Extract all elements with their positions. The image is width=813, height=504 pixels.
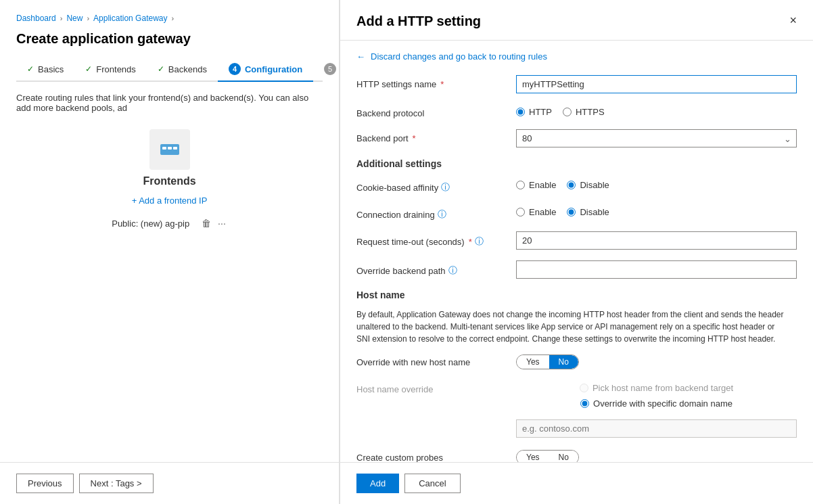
breadcrumb-dashboard[interactable]: Dashboard [16, 14, 56, 23]
page-description: Create routing rules that link your fron… [16, 93, 323, 113]
tab-number-configuration: 4 [229, 63, 241, 75]
cookie-disable-radio[interactable] [567, 181, 576, 189]
backend-port-row: Backend port * 80 [356, 129, 797, 147]
connection-draining-radio-group: Enable Disable [516, 204, 797, 217]
http-settings-name-input[interactable] [516, 75, 797, 93]
breadcrumb-new[interactable]: New [66, 14, 83, 23]
cookie-affinity-info-icon[interactable]: ⓘ [441, 181, 450, 193]
protocol-https-option[interactable]: HTTPS [563, 107, 605, 117]
override-host-yes-button[interactable]: Yes [517, 355, 549, 369]
drawer-panel: Add a HTTP setting × ←Discard changes an… [340, 0, 813, 504]
connection-draining-label: Connection draining ⓘ [356, 204, 505, 221]
pick-backend-target-option: Pick host name from backend target [580, 383, 733, 393]
draining-disable-label: Disable [580, 207, 609, 217]
cookie-enable-option[interactable]: Enable [516, 180, 556, 190]
cookie-affinity-radio-group: Enable Disable [516, 177, 797, 190]
add-frontend-link[interactable]: + Add a frontend IP [132, 196, 208, 206]
protocol-https-label: HTTPS [576, 107, 605, 117]
pick-backend-target-label: Pick host name from backend target [593, 383, 733, 393]
drawer-title: Add a HTTP setting [356, 14, 481, 29]
frontend-icon [149, 129, 190, 170]
override-backend-path-input[interactable] [516, 260, 797, 279]
backend-port-required: * [413, 133, 416, 143]
delete-frontend-button[interactable]: 🗑 [200, 216, 212, 230]
draining-disable-option[interactable]: Disable [567, 207, 609, 217]
protocol-https-radio[interactable] [563, 108, 572, 116]
host-name-section: Host name By default, Application Gatewa… [356, 290, 797, 345]
backend-protocol-label: Backend protocol [356, 104, 505, 118]
domain-name-input[interactable] [516, 419, 797, 438]
cancel-button[interactable]: Cancel [404, 474, 460, 493]
override-specific-domain-radio[interactable] [580, 399, 589, 408]
tab-tags[interactable]: 5 Tags [313, 58, 340, 82]
svg-rect-1 [162, 147, 166, 150]
frontend-label: Frontends [143, 175, 195, 187]
add-button[interactable]: Add [356, 474, 399, 493]
custom-probes-yes-button[interactable]: Yes [517, 451, 549, 462]
protocol-http-label: HTTP [529, 107, 552, 117]
page-title: Create application gateway [16, 31, 323, 47]
host-name-description: By default, Application Gateway does not… [356, 308, 789, 345]
domain-name-control [516, 419, 797, 438]
drawer-footer: Add Cancel [340, 462, 813, 504]
more-frontend-button[interactable]: ··· [216, 216, 227, 230]
override-specific-domain-label: Override with specific domain name [593, 398, 733, 409]
cookie-disable-option[interactable]: Disable [567, 180, 609, 190]
draining-disable-radio[interactable] [567, 208, 576, 216]
request-timeout-control [516, 231, 797, 250]
draining-enable-radio[interactable] [516, 208, 525, 216]
override-host-no-button[interactable]: No [549, 355, 578, 369]
drawer-close-button[interactable]: × [789, 14, 797, 28]
http-settings-name-label: HTTP settings name * [356, 75, 505, 89]
back-arrow-icon: ← [356, 51, 365, 62]
protocol-http-option[interactable]: HTTP [516, 107, 552, 117]
next-button[interactable]: Next : Tags > [79, 474, 154, 493]
request-timeout-info-icon[interactable]: ⓘ [475, 235, 484, 248]
check-icon-basics: ✓ [27, 64, 34, 74]
wizard-tabs: ✓ Basics ✓ Frontends ✓ Backends 4 Config… [16, 58, 323, 82]
domain-name-label-spacer [356, 419, 505, 423]
cookie-disable-label: Disable [580, 180, 609, 190]
required-indicator: * [440, 79, 444, 89]
tab-frontends[interactable]: ✓ Frontends [74, 59, 147, 81]
custom-probes-no-button[interactable]: No [549, 451, 578, 462]
custom-probes-toggle: Yes No [516, 450, 579, 462]
host-name-header: Host name [356, 290, 797, 300]
previous-button[interactable]: Previous [16, 474, 74, 493]
override-host-toggle: Yes No [516, 354, 579, 369]
backend-port-select-wrapper: 80 [516, 129, 797, 147]
tab-basics[interactable]: ✓ Basics [16, 59, 74, 81]
tab-configuration[interactable]: 4 Configuration [218, 58, 313, 82]
backend-protocol-row: Backend protocol HTTP HTTPS [356, 104, 797, 118]
host-name-override-label: Host name override [356, 380, 505, 394]
frontend-area: Frontends + Add a frontend IP Public: (n… [16, 129, 323, 230]
cookie-enable-label: Enable [529, 180, 556, 190]
backend-port-label: Backend port * [356, 129, 505, 143]
check-icon-frontends: ✓ [85, 64, 92, 74]
override-backend-path-label: Override backend path ⓘ [356, 260, 505, 277]
tab-backends[interactable]: ✓ Backends [147, 59, 218, 81]
backend-port-select[interactable]: 80 [516, 129, 797, 147]
frontend-item: Public: (new) ag-pip 🗑 ··· [112, 216, 227, 230]
override-backend-path-row: Override backend path ⓘ [356, 260, 797, 279]
connection-draining-info-icon[interactable]: ⓘ [438, 208, 446, 221]
domain-name-row [356, 419, 797, 438]
override-backend-path-control [516, 260, 797, 279]
tab-frontends-label: Frontends [96, 64, 136, 74]
request-timeout-input[interactable] [516, 231, 797, 250]
svg-rect-3 [173, 147, 177, 150]
back-to-routing-link[interactable]: ←Discard changes and go back to routing … [356, 51, 797, 62]
tab-basics-label: Basics [38, 64, 64, 74]
draining-enable-option[interactable]: Enable [516, 207, 556, 217]
override-host-name-row: Override with new host name Yes No [356, 353, 797, 369]
override-specific-domain-option[interactable]: Override with specific domain name [580, 398, 733, 409]
override-host-toggle-container: Yes No [516, 353, 797, 369]
override-host-name-control: Yes No [516, 353, 797, 369]
connection-draining-row: Connection draining ⓘ Enable Disable [356, 204, 797, 221]
override-backend-path-info-icon[interactable]: ⓘ [448, 265, 457, 277]
connection-draining-control: Enable Disable [516, 204, 797, 217]
cookie-enable-radio[interactable] [516, 181, 525, 189]
protocol-http-radio[interactable] [516, 108, 525, 116]
breadcrumb-appgateway[interactable]: Application Gateway [93, 14, 167, 23]
back-link-text: Discard changes and go back to routing r… [371, 51, 547, 62]
